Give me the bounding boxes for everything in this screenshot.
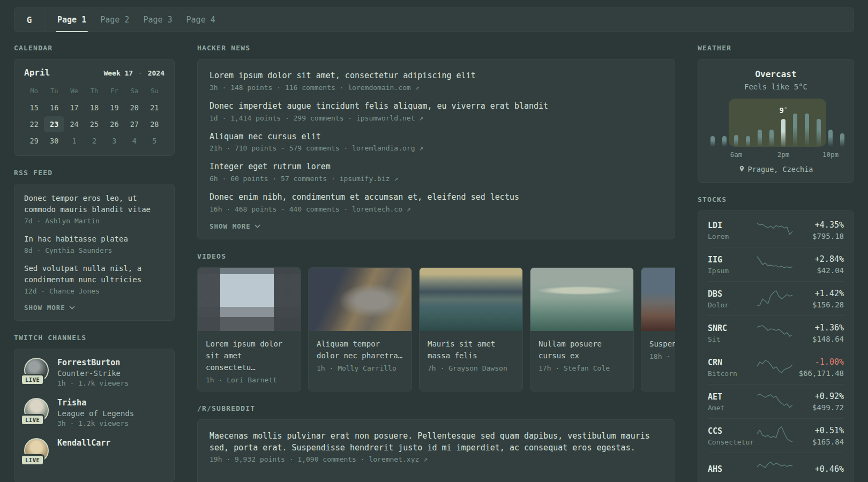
hn-item-meta[interactable]: 1d · 1,414 points · 299 comments · ipsum… — [209, 114, 415, 122]
rss-item-title[interactable]: Sed volutpat nulla nisl, a condimentum n… — [24, 263, 164, 285]
rss-item-meta: 8d · Cynthia Saunders — [24, 246, 164, 254]
video-title[interactable]: Suspendisse diam — [641, 331, 675, 352]
twitch-channel-name[interactable]: Trisha — [57, 398, 134, 408]
calendar-day-selected: 23 — [44, 116, 64, 132]
stock-change: +0.46% — [797, 464, 844, 474]
weather-hour-bar — [734, 135, 738, 147]
video-card[interactable]: Suspendisse diam 18h · Tara — [641, 267, 675, 391]
video-title[interactable]: Aliquam tempor dolor nec pharetra… — [309, 331, 411, 364]
dow-label: Mo — [24, 84, 44, 99]
stock-row: CRN Bitcorn -1.00% $66,171.48 — [708, 350, 844, 384]
hn-item-meta[interactable]: 16h · 468 points · 440 comments · loremt… — [209, 205, 402, 213]
tab-page-3[interactable]: Page 3 — [143, 8, 172, 32]
stock-name: Bitcorn — [708, 370, 753, 378]
stock-row: CCS Consectetur +0.51% $165.84 — [708, 418, 844, 453]
weather-hour-tick: 2pm — [777, 150, 790, 159]
twitch-channel[interactable]: LIVE ForrestBurton Counter-Strike 1h · 1… — [24, 358, 164, 387]
hn-item-title[interactable]: Aliquam nec cursus elit — [209, 131, 663, 143]
hn-item-title[interactable]: Donec enim nibh, condimentum et accumsan… — [209, 192, 663, 204]
hn-item-title[interactable]: Integer eget rutrum lorem — [209, 161, 663, 173]
hn-item: Integer eget rutrum lorem 6h · 60 points… — [209, 161, 663, 183]
chevron-down-icon — [69, 306, 75, 310]
hn-item: Lorem ipsum dolor sit amet, consectetur … — [209, 70, 663, 92]
weather-hour-bar — [805, 114, 809, 147]
video-title[interactable]: Nullam posuere cursus ex — [530, 331, 633, 364]
weather-hour-bar — [793, 114, 797, 147]
rss-item-title[interactable]: Donec tempor eros leo, ut commodo mauris… — [24, 193, 164, 215]
dow-label: Sa — [124, 84, 144, 99]
stock-sparkline — [756, 357, 794, 378]
calendar-day-outside: 3 — [104, 133, 124, 149]
stock-name: Consectetur — [708, 438, 753, 446]
subreddit-post-title[interactable]: Maecenas mollis pulvinar erat non posuer… — [209, 431, 663, 454]
twitch-channel-name[interactable]: KendallCarr — [57, 438, 110, 448]
video-title[interactable]: Mauris sit amet massa felis — [420, 331, 522, 364]
external-link-icon: ↗ — [415, 84, 420, 92]
calendar-day: 24 — [64, 116, 84, 132]
stock-symbol: IIG — [708, 255, 753, 265]
weather-hour-bar — [817, 119, 821, 147]
stock-sparkline — [756, 391, 794, 412]
rss-item-title[interactable]: In hac habitasse platea — [24, 234, 164, 245]
weather-hour-bar — [758, 130, 762, 147]
app-logo[interactable]: G — [14, 8, 44, 32]
dow-label: We — [64, 84, 84, 99]
rss-item: Donec tempor eros leo, ut commodo mauris… — [24, 193, 164, 225]
separator-dot: · — [137, 69, 144, 77]
video-thumbnail[interactable] — [420, 268, 522, 331]
weather-hour-bar — [840, 133, 844, 147]
twitch-channel-name[interactable]: ForrestBurton — [57, 358, 129, 367]
stock-name: Sit — [708, 335, 753, 343]
video-card[interactable]: Mauris sit amet massa felis 7h · Grayson… — [419, 267, 523, 391]
hn-item-title[interactable]: Donec imperdiet augue tincidunt felis al… — [209, 101, 663, 112]
tab-page-1[interactable]: Page 1 — [57, 8, 86, 32]
calendar-day: 18 — [84, 100, 104, 116]
video-thumbnail[interactable] — [530, 268, 633, 331]
external-link-icon: ↗ — [394, 175, 398, 183]
video-card[interactable]: Aliquam tempor dolor nec pharetra… 1h · … — [308, 267, 412, 391]
stock-change: +0.51% — [797, 426, 844, 435]
stock-symbol: CCS — [708, 426, 753, 436]
video-thumbnail[interactable] — [309, 268, 411, 331]
video-thumbnail[interactable] — [198, 268, 301, 331]
external-link-icon: ↗ — [419, 144, 423, 152]
videos-section-label: VIDEOS — [197, 252, 675, 260]
right-column: WEATHER Overcast Feels like 5°C 9°6am2pm… — [698, 32, 854, 482]
tab-page-2[interactable]: Page 2 — [100, 8, 129, 32]
weather-hour-bar — [746, 136, 750, 147]
rss-show-more-button[interactable]: SHOW MORE — [24, 304, 164, 312]
subreddit-post-meta[interactable]: 19h · 9,932 points · 1,090 comments · lo… — [209, 455, 419, 463]
weather-hour-tick: 10pm — [822, 150, 839, 159]
stock-sparkline — [756, 425, 794, 447]
video-thumbnail[interactable] — [641, 268, 675, 331]
hn-item-title[interactable]: Lorem ipsum dolor sit amet, consectetur … — [209, 70, 663, 82]
calendar-day: 27 — [124, 116, 144, 132]
hackernews-section-label: HACKER NEWS — [197, 44, 675, 52]
rss-item: In hac habitasse platea 8d · Cynthia Sau… — [24, 234, 164, 254]
tab-page-4[interactable]: Page 4 — [186, 8, 215, 32]
twitch-channel[interactable]: LIVE KendallCarr — [24, 438, 164, 463]
video-title[interactable]: Lorem ipsum dolor sit amet consectetu… — [198, 331, 301, 376]
calendar-day: 20 — [124, 100, 144, 116]
hn-item-meta[interactable]: 6h · 60 points · 57 comments · ipsumify.… — [209, 175, 390, 183]
weather-current-temp: 9° — [779, 106, 787, 115]
weather-feels-like: Feels like 5°C — [707, 82, 845, 91]
chevron-down-icon — [255, 224, 260, 228]
middle-column: HACKER NEWS Lorem ipsum dolor sit amet, … — [197, 32, 675, 482]
stock-row: IIG Ipsum +2.84% $42.04 — [708, 247, 844, 281]
hn-item: Donec enim nibh, condimentum et accumsan… — [209, 192, 663, 213]
video-meta: 7h · Grayson Dawson — [420, 364, 522, 372]
twitch-channel[interactable]: LIVE Trisha League of Legends 3h · 1.2k … — [24, 398, 164, 427]
hn-show-more-button[interactable]: SHOW MORE — [209, 222, 663, 230]
twitch-channel-category: League of Legends — [57, 409, 134, 418]
stock-sparkline — [756, 288, 794, 310]
stock-price: $156.28 — [797, 300, 844, 309]
rss-item: Sed volutpat nulla nisl, a condimentum n… — [24, 263, 164, 295]
hn-item-meta[interactable]: 21h · 710 points · 579 comments · loreml… — [209, 144, 415, 152]
video-card[interactable]: Nullam posuere cursus ex 17h · Stefan Co… — [530, 267, 634, 391]
stock-row: AHS +0.46% — [708, 453, 844, 482]
video-card[interactable]: Lorem ipsum dolor sit amet consectetu… 1… — [197, 267, 301, 391]
dow-label: Th — [84, 84, 104, 99]
hn-item-meta[interactable]: 3h · 148 points · 116 comments · loremdo… — [209, 84, 411, 92]
stock-name: Ipsum — [708, 267, 753, 275]
